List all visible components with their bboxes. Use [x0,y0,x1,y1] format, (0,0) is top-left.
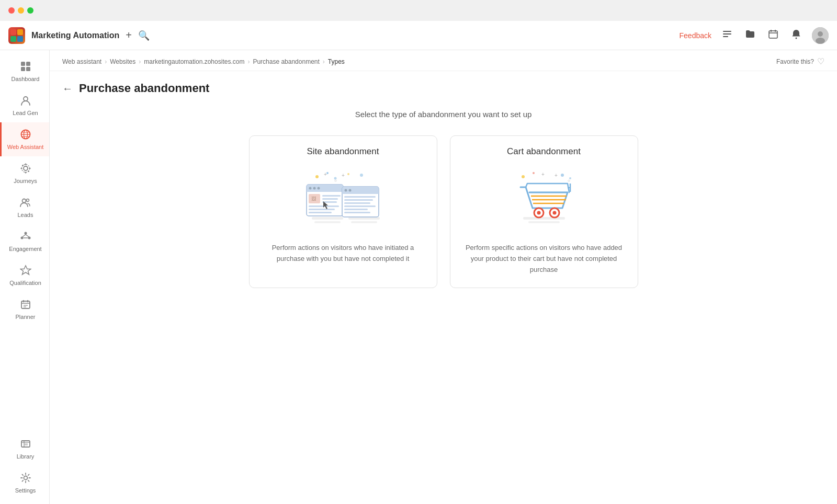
svg-point-104 [552,211,556,215]
bell-icon[interactable] [789,27,804,44]
main-layout: Dashboard Lead Gen Web Assistant [0,50,837,504]
svg-point-67 [313,187,315,190]
svg-rect-65 [307,188,343,192]
cards-grid: Site abandonment + + ○ [62,135,824,288]
svg-point-13 [818,31,823,37]
library-icon [20,438,31,451]
breadcrumb-types: Types [328,58,345,65]
sidebar-item-library[interactable]: Library [0,432,49,466]
selection-subtitle: Select the type of abandonment you want … [62,110,824,119]
breadcrumb-websites[interactable]: Websites [110,58,135,65]
web-assistant-icon [20,129,31,142]
breadcrumb-sep-1: › [105,58,107,65]
svg-point-30 [28,170,29,172]
search-button[interactable]: 🔍 [138,30,150,41]
sidebar-item-engagement[interactable]: Engagement [0,224,49,258]
planner-icon [20,299,31,312]
svg-point-68 [317,187,320,190]
zoho-logo[interactable] [8,27,25,44]
svg-point-25 [20,168,22,169]
svg-rect-72 [322,198,338,200]
sidebar-label-web-assistant: Web Assistant [7,144,44,150]
sidebar-item-settings[interactable]: Settings [0,466,49,500]
sidebar-label-library: Library [17,453,35,460]
breadcrumb-items: Web assistant › Websites › marketingauto… [62,58,345,65]
svg-rect-86 [344,205,376,207]
cart-abandonment-illustration: + + ○ [450,161,638,234]
cart-abandonment-card[interactable]: Cart abandonment + + ○ [450,135,638,288]
svg-rect-40 [21,301,30,308]
svg-point-51 [315,175,319,178]
back-button[interactable]: ← [62,83,73,95]
sidebar-item-lead-gen[interactable]: Lead Gen [0,88,49,122]
svg-point-82 [348,189,351,192]
feedback-button[interactable]: Feedback [680,31,711,40]
breadcrumb-purchase-abandonment[interactable]: Purchase abandonment [253,58,319,65]
site-abandonment-title: Site abandonment [250,136,437,161]
svg-rect-60 [314,221,341,223]
breadcrumb-sep-3: › [247,58,250,65]
sidebar-item-journeys[interactable]: Journeys [0,156,49,190]
svg-rect-1 [17,29,23,35]
sidebar-item-web-assistant[interactable]: Web Assistant [0,122,49,156]
svg-rect-49 [25,443,28,445]
svg-rect-4 [723,31,731,32]
sidebar-item-qualification[interactable]: Qualification [0,258,49,292]
svg-rect-3 [17,36,23,42]
svg-rect-83 [344,196,376,198]
svg-point-90 [533,172,535,174]
sidebar-label-settings: Settings [15,487,36,494]
close-dot[interactable] [8,7,15,14]
svg-rect-62 [351,221,377,223]
list-icon[interactable] [720,27,734,44]
svg-rect-71 [322,195,341,197]
appbar-left: Marketing Automation + 🔍 [8,27,150,44]
svg-point-66 [309,187,311,190]
svg-rect-97 [528,221,560,223]
svg-rect-87 [344,209,368,210]
svg-point-91 [561,174,564,177]
calendar-icon[interactable] [766,27,781,44]
svg-rect-85 [344,202,370,204]
svg-rect-0 [10,29,16,35]
svg-rect-15 [21,62,25,66]
svg-rect-59 [312,217,343,220]
svg-rect-88 [344,212,370,213]
favorite-label: Favorite this? [776,58,814,65]
sidebar-label-journeys: Journeys [14,178,37,184]
appbar-right: Feedback [680,27,829,44]
svg-rect-17 [21,67,25,71]
svg-point-11 [796,38,797,39]
leads-icon [20,197,31,210]
svg-rect-96 [523,217,565,220]
user-avatar[interactable] [812,27,829,44]
page-header: ← Purchase abandonment [50,71,837,101]
cart-abandonment-title: Cart abandonment [450,136,638,161]
svg-text:🖼: 🖼 [311,196,316,201]
maximize-dot[interactable] [27,7,33,14]
minimize-dot[interactable] [18,7,24,14]
svg-point-102 [537,211,540,215]
site-abandonment-card[interactable]: Site abandonment + + ○ [249,135,437,288]
folder-icon[interactable] [743,27,757,44]
window-controls [8,7,33,14]
dashboard-icon [20,61,31,74]
breadcrumb-domain[interactable]: marketingautomation.zohosites.com [144,58,244,65]
engagement-icon [20,231,31,244]
svg-rect-16 [26,62,30,66]
svg-rect-80 [342,190,379,194]
svg-rect-75 [309,209,335,210]
add-button[interactable]: + [126,29,132,41]
svg-rect-6 [723,36,728,37]
svg-text:+: + [342,173,345,178]
sidebar-label-planner: Planner [16,314,36,320]
favorite-button[interactable]: Favorite this? ♡ [776,56,824,66]
sidebar-item-leads[interactable]: Leads [0,190,49,224]
breadcrumb-web-assistant[interactable]: Web assistant [62,58,101,65]
svg-point-28 [25,172,26,174]
sidebar-item-planner[interactable]: Planner [0,292,49,326]
breadcrumb-bar: Web assistant › Websites › marketingauto… [50,50,837,71]
sidebar-item-dashboard[interactable]: Dashboard [0,54,49,88]
lead-gen-icon [20,95,31,108]
svg-rect-5 [723,33,731,35]
